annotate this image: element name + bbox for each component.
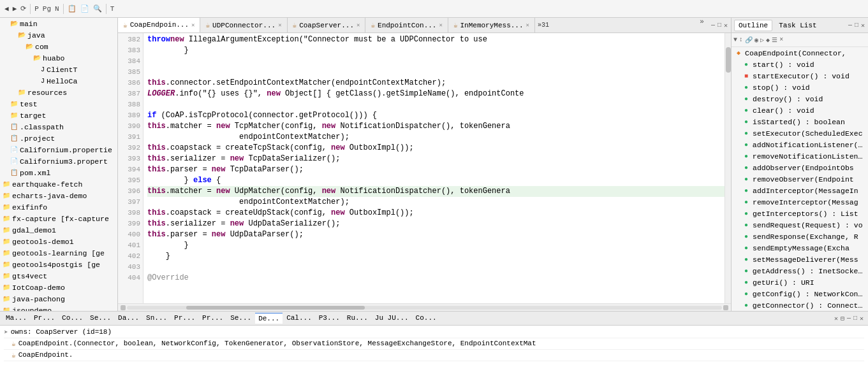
outline-item-getAddressInetS[interactable]: ●getAddress() : InetSocketA [732,265,868,277]
toolbar-icon-file[interactable]: 📄 [78,3,91,14]
code-content[interactable]: throw new IllegalArgumentException("Conn… [143,33,725,303]
tab-close-1[interactable]: ✕ [278,22,281,29]
editor-tab-3[interactable]: ☕EndpointCon...✕ [365,18,448,32]
outline-item-stopvoid[interactable]: ●stop() : void [732,82,868,93]
outline-item-addNotification[interactable]: ●addNotificationListener(Nc [732,139,868,150]
toolbar-icon-refresh[interactable]: ⟳ [18,3,28,14]
bottom-row-1[interactable]: ☕CoapEndpoint. [4,350,864,361]
bottom-tab-10[interactable]: Cal... [283,313,315,324]
outline-item-sendResponseExc[interactable]: ●sendResponse(Exchange, R [732,231,868,242]
outline-toolbar-icon4[interactable]: ◉ [754,36,759,45]
outline-item-getConfigNetwor[interactable]: ●getConfig() : NetworkConfi [732,288,868,299]
tree-item-californium3[interactable]: 📄Californium3.propert [0,155,117,167]
tree-item-fxcapture[interactable]: 📁fx-capture [fx-capture [0,213,117,224]
tab-close-2[interactable]: ✕ [357,22,360,29]
outline-item-setMessageDeliv[interactable]: ●setMessageDeliverer(Mess [732,254,868,265]
bottom-tab-9[interactable]: De... [255,313,283,324]
outline-item-getUriURI[interactable]: ●getUri() : URI [732,277,868,288]
bottom-tab-4[interactable]: Da... [115,313,142,324]
outline-maximize[interactable]: □ [854,21,859,30]
tree-item-geotools2[interactable]: 📁geotools-learning [ge [0,247,117,259]
tree-item-project[interactable]: 📋.project [0,133,117,144]
outline-toolbar-icon3[interactable]: 🔗 [744,36,753,45]
tree-item-huabo[interactable]: 📂huabo [0,52,117,64]
tree-item-classpath[interactable]: 📋.classpath [0,121,117,133]
tree-item-main[interactable]: 📂main [0,18,117,29]
bottom-row-0[interactable]: ☕CoapEndpoint.(Connector, boolean, Netwo… [4,338,864,350]
outline-minimize[interactable]: — [848,21,853,30]
outline-toolbar-icon2[interactable]: ↕ [739,36,744,44]
toolbar-icon-pg[interactable]: Pg [41,4,53,14]
tree-item-jsoupdemo[interactable]: 📁jsoupdemo [0,305,117,311]
editor-maximize[interactable]: □ [717,21,722,29]
toolbar-icon-extra1[interactable]: T [108,4,117,14]
tree-item-resources[interactable]: 📁resources [0,87,117,98]
bottom-tab-8[interactable]: Se... [227,313,254,324]
outline-toolbar-icon8[interactable]: × [779,36,784,44]
editor-tab-0[interactable]: ☕CoapEndpoin...✕ [118,18,200,32]
tree-item-clientT[interactable]: JClientT [0,64,117,75]
outline-item-startExecutorvo[interactable]: ■startExecutor() : void [732,70,868,82]
tree-item-com[interactable]: 📂com [0,41,117,52]
tree-item-echarts[interactable]: 📁echarts-java-demo [0,190,117,201]
tree-item-geotools4[interactable]: 📁geotools4postgis [ge [0,259,117,270]
outline-item-getConnectorCon[interactable]: ●getConnector() : Connector [732,299,868,311]
tree-item-gts4vect[interactable]: 📁gts4vect [0,270,117,282]
bottom-tab-3[interactable]: Se... [87,313,114,324]
tree-item-earthquake[interactable]: 📁earthquake-fetch [0,178,117,190]
outline-toolbar-icon5[interactable]: ▷ [760,36,765,45]
outline-item-getInterceptors[interactable]: ●getInterceptors() : List [732,208,868,219]
outline-item-addObserverEndp[interactable]: ●addObserver(EndpointObs [732,162,868,173]
editor-close[interactable]: ✕ [723,21,728,30]
tree-item-target[interactable]: 📁target [0,110,117,121]
editor-scrollbar-horizontal[interactable] [118,303,731,311]
bottom-tab-14[interactable]: Co... [413,313,440,324]
tree-item-californium[interactable]: 📄Californium.propertie [0,144,117,155]
bottom-tab-1[interactable]: Pr... [31,313,58,324]
bottom-tab-7[interactable]: Pr... [199,313,226,324]
outline-item-setExecutorSche[interactable]: ●setExecutor(ScheduledExec [732,127,868,139]
outline-item-removeNotificat[interactable]: ●removeNotificationListener [732,150,868,162]
outline-item-CoapEndpointCon[interactable]: ◆CoapEndpoint(Connector, [732,47,868,59]
bottom-panel-minimize[interactable]: — [846,314,851,322]
tree-item-geotools1[interactable]: 📁geotools-demo1 [0,236,117,247]
tab-close-0[interactable]: ✕ [191,22,195,29]
toolbar-icon-back[interactable]: ◀ [3,3,11,14]
outline-item-sendEmptyMessag[interactable]: ●sendEmptyMessage(Excha [732,242,868,254]
tab-outline[interactable]: Outline [734,20,772,31]
outline-toolbar-icon6[interactable]: ◆ [765,36,770,45]
tree-item-helloCa[interactable]: JHelloCa [0,75,117,87]
tree-item-javapachong[interactable]: 📁java-pachong [0,293,117,305]
outline-close[interactable]: ✕ [860,21,865,30]
bottom-tab-12[interactable]: Ru... [344,313,371,324]
tree-item-gdal[interactable]: 📁gdal_demo1 [0,224,117,236]
tree-item-java[interactable]: 📂java [0,29,117,41]
toolbar-icon-p[interactable]: P [33,4,41,14]
bottom-panel-icon2[interactable]: ⊟ [840,314,845,323]
outline-item-isStartedboolea[interactable]: ●isStarted() : boolean [732,116,868,127]
toolbar-icon-search[interactable]: 🔍 [91,3,104,14]
bottom-tab-2[interactable]: Co... [59,313,86,324]
editor-tab-1[interactable]: ☕UDPConnector...✕ [200,18,287,32]
toolbar-icon-clipboard[interactable]: 📋 [66,3,78,14]
tab-overflow-count[interactable]: »31 [535,18,552,32]
editor-scrollbar-vertical[interactable] [725,33,731,303]
bottom-panel-icon1[interactable]: ✕ [834,314,839,323]
toolbar-icon-n[interactable]: N [53,4,61,14]
outline-item-startvoid[interactable]: ●start() : void [732,59,868,70]
outline-item-sendRequestRequ[interactable]: ●sendRequest(Request) : vo [732,219,868,231]
editor-tab-2[interactable]: ☕CoapServer...✕ [288,18,366,32]
toolbar-icon-forward[interactable]: ▶ [11,3,19,14]
outline-toolbar-icon1[interactable]: ▼ [733,36,738,44]
outline-item-clearvoid[interactable]: ●clear() : void [732,104,868,116]
bottom-tab-6[interactable]: Pr... [171,313,198,324]
tab-overflow-button[interactable]: » [696,18,708,32]
editor-tab-4[interactable]: ☕InMemoryMess...✕ [448,18,535,32]
tree-item-pom[interactable]: 📋pom.xml [0,167,117,178]
bottom-tab-13[interactable]: Ju JU... [372,313,412,324]
tab-close-4[interactable]: ✕ [526,22,529,29]
outline-item-removeIntercept[interactable]: ●removeInterceptor(Messag [732,196,868,208]
bottom-panel-close[interactable]: ✕ [859,314,864,323]
tree-item-exifinfo[interactable]: 📁exifinfo [0,201,117,213]
tree-item-test[interactable]: 📁test [0,98,117,110]
